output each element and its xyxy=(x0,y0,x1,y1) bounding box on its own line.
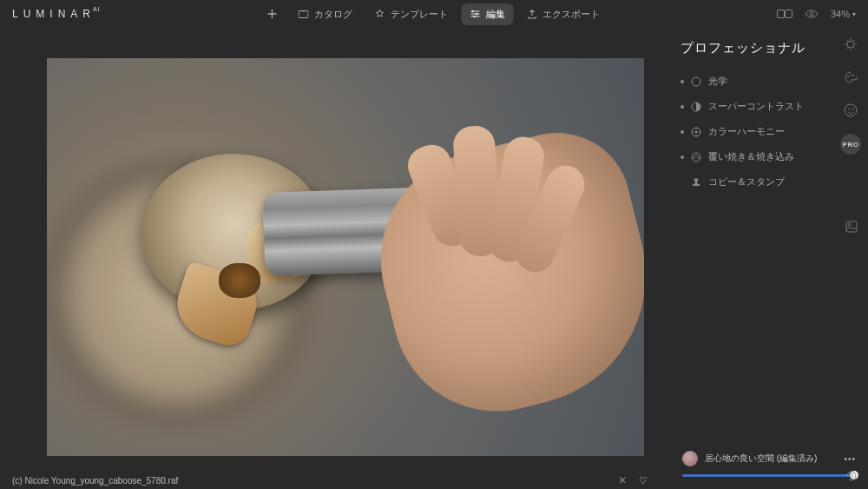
tool-colorharmony[interactable]: カラーハーモニー xyxy=(679,119,859,144)
portrait-tab-icon[interactable] xyxy=(841,101,860,120)
svg-rect-4 xyxy=(777,10,784,18)
canvas-area xyxy=(0,28,670,472)
svg-point-20 xyxy=(848,109,850,110)
tool-clonestamp[interactable]: コピー＆スタンプ xyxy=(679,169,859,195)
svg-point-16 xyxy=(847,76,849,77)
image-canvas[interactable] xyxy=(47,58,644,456)
top-nav: カタログ テンプレート 編集 エクスポート xyxy=(260,3,608,25)
svg-point-3 xyxy=(473,16,476,18)
svg-rect-12 xyxy=(693,184,700,186)
nav-catalog[interactable]: カタログ xyxy=(290,3,361,25)
plus-icon xyxy=(267,9,278,19)
add-button[interactable] xyxy=(260,9,285,19)
pro-tab-badge[interactable]: PRO xyxy=(840,134,861,155)
svg-point-1 xyxy=(471,10,474,13)
status-dot xyxy=(681,130,684,134)
tool-clonestamp-label: コピー＆スタンプ xyxy=(708,175,785,188)
right-panel: プロフェッショナル 光学 スーパーコントラスト カラーハーモニー 覆い焼き＆焼き… xyxy=(670,28,868,472)
stamp-icon xyxy=(691,177,701,188)
tool-supercontrast-label: スーパーコントラスト xyxy=(708,100,804,113)
history-icon[interactable] xyxy=(845,470,858,482)
filename-label: (c) Nicole Young_young_caboose_5780.raf xyxy=(12,476,178,486)
tool-optics-label: 光学 xyxy=(708,75,727,88)
preset-menu-icon[interactable]: ••• xyxy=(844,454,856,464)
tool-supercontrast[interactable]: スーパーコントラスト xyxy=(679,94,859,119)
tool-optics[interactable]: 光学 xyxy=(679,69,859,94)
compare-icon[interactable] xyxy=(777,10,792,18)
optics-icon xyxy=(691,76,701,87)
creative-tab-icon[interactable] xyxy=(841,68,860,87)
svg-rect-0 xyxy=(299,11,308,18)
svg-rect-14 xyxy=(694,178,699,180)
tool-dodgeburn-label: 覆い焼き＆焼き込み xyxy=(708,150,794,163)
svg-point-21 xyxy=(852,109,854,110)
svg-point-15 xyxy=(847,41,854,48)
preset-header: 居心地の良い空間 (編集済み) ••• xyxy=(682,451,856,466)
nav-export-label: エクスポート xyxy=(542,8,600,21)
side-tool-icons: PRO xyxy=(840,35,861,155)
nav-export[interactable]: エクスポート xyxy=(519,3,608,25)
harmony-icon xyxy=(691,127,701,137)
preset-strength-slider[interactable] xyxy=(682,474,856,477)
preset-bar: 居心地の良い空間 (編集済み) ••• xyxy=(682,451,856,477)
preset-name: 居心地の良い空間 (編集済み) xyxy=(705,453,817,465)
nav-edit[interactable]: 編集 xyxy=(462,3,514,25)
close-icon[interactable]: ✕ xyxy=(618,474,627,486)
templates-icon xyxy=(375,9,385,19)
svg-rect-5 xyxy=(785,10,792,18)
svg-point-17 xyxy=(850,74,852,76)
dodgeburn-icon xyxy=(691,152,701,162)
export-icon xyxy=(528,10,537,19)
layers-icon[interactable] xyxy=(842,217,861,236)
footer-bar: (c) Nicole Young_young_caboose_5780.raf … xyxy=(0,472,660,489)
status-dot xyxy=(681,80,684,83)
essentials-tab-icon[interactable] xyxy=(841,35,860,54)
status-dot xyxy=(681,155,684,159)
svg-point-10 xyxy=(695,130,698,133)
top-bar: LUMINARAI カタログ テンプレート 編集 エクスポート xyxy=(0,0,868,28)
favorite-icon[interactable]: ♡ xyxy=(639,475,648,486)
svg-point-18 xyxy=(852,75,854,76)
status-dot xyxy=(681,105,684,109)
svg-rect-13 xyxy=(695,180,698,184)
main-area: プロフェッショナル 光学 スーパーコントラスト カラーハーモニー 覆い焼き＆焼き… xyxy=(0,28,868,472)
side-tool-icons-lower xyxy=(842,217,861,236)
app-logo: LUMINARAI xyxy=(12,8,103,20)
top-right-controls: 34% ▾ xyxy=(777,9,856,19)
catalog-icon xyxy=(299,10,309,18)
svg-point-2 xyxy=(476,13,478,16)
chevron-down-icon: ▾ xyxy=(852,10,856,18)
svg-point-6 xyxy=(810,12,813,16)
nav-edit-label: 編集 xyxy=(486,8,505,21)
preview-icon[interactable] xyxy=(805,10,819,18)
nav-templates-label: テンプレート xyxy=(391,8,448,21)
svg-point-7 xyxy=(692,77,700,86)
panel-title: プロフェッショナル xyxy=(679,40,859,56)
svg-point-23 xyxy=(848,223,850,225)
tool-dodgeburn[interactable]: 覆い焼き＆焼き込み xyxy=(679,144,859,169)
svg-rect-22 xyxy=(846,221,857,232)
preset-thumbnail[interactable] xyxy=(682,451,698,466)
edit-icon xyxy=(470,10,481,18)
tool-colorharmony-label: カラーハーモニー xyxy=(708,125,785,138)
svg-point-11 xyxy=(692,153,700,162)
app-suffix: AI xyxy=(93,6,101,12)
contrast-icon xyxy=(691,102,701,112)
zoom-value: 34% xyxy=(831,9,850,19)
svg-point-19 xyxy=(845,104,857,116)
zoom-control[interactable]: 34% ▾ xyxy=(831,9,856,19)
nav-catalog-label: カタログ xyxy=(314,8,352,21)
app-name: LUMINAR xyxy=(12,8,95,20)
nav-templates[interactable]: テンプレート xyxy=(366,3,457,25)
